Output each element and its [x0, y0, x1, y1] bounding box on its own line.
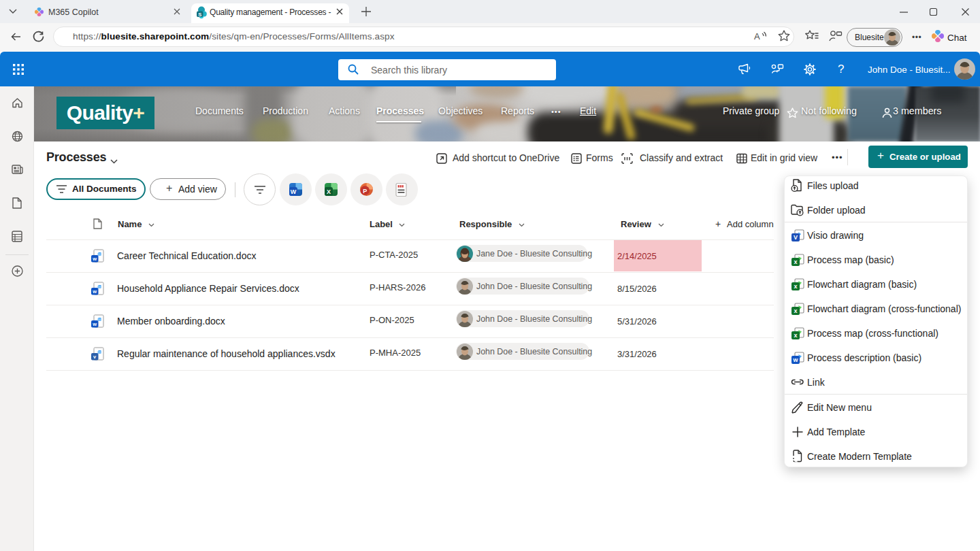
svg-text:S: S	[198, 12, 201, 18]
